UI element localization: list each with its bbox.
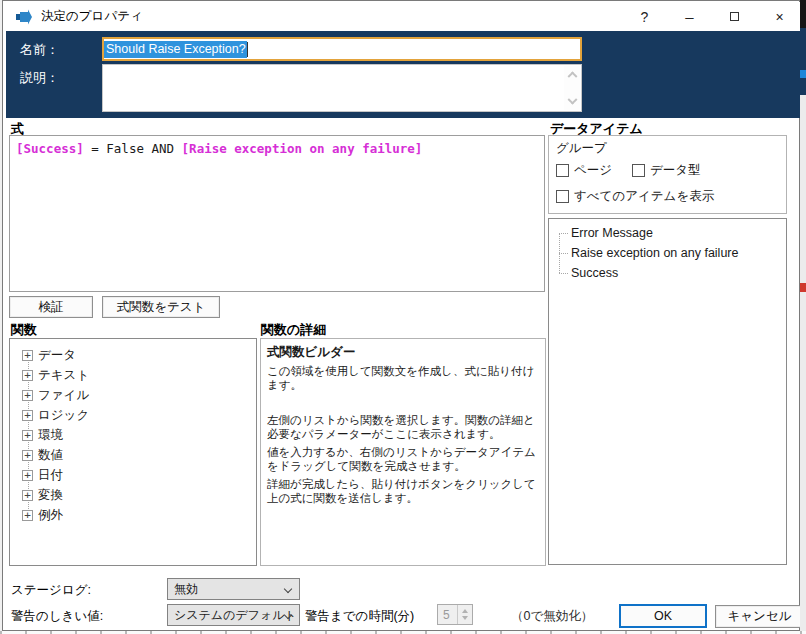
func-cat-date[interactable]: +日付 xyxy=(22,467,63,483)
expression-operator-text: = False AND xyxy=(84,141,182,156)
expression-text: [Success] = False AND [Raise exception o… xyxy=(16,141,422,156)
function-category-label: 例外 xyxy=(38,507,63,524)
warning-threshold-label: 警告のしきい値: xyxy=(11,608,103,625)
functions-tree-box[interactable]: +データ +テキスト +ファイル +ロジック +環境 +数値 +日付 +変換 +… xyxy=(9,338,257,566)
data-item-label: Raise exception on any failure xyxy=(571,246,738,260)
stage-log-value: 無効 xyxy=(174,581,198,598)
background-segment xyxy=(800,0,806,28)
data-item-label: Error Message xyxy=(571,226,653,240)
tree-connector xyxy=(559,253,568,254)
data-items-group-box: グループ ページ データ型 すべてのアイテムを表示 xyxy=(548,135,787,214)
disable-note: （0で無効化） xyxy=(511,608,593,625)
spinner-up-icon[interactable] xyxy=(462,609,468,613)
func-cat-file[interactable]: +ファイル xyxy=(22,387,89,403)
expand-plus-icon[interactable]: + xyxy=(22,390,33,401)
maximize-button[interactable] xyxy=(712,2,757,31)
show-all-items-checkbox-label: すべてのアイテムを表示 xyxy=(574,188,714,205)
expression-dataitem-ref: [Raise exception on any failure] xyxy=(182,141,423,156)
function-category-label: 数値 xyxy=(38,447,63,464)
func-cat-logic[interactable]: +ロジック xyxy=(22,407,89,423)
window-title: 決定のプロパティ xyxy=(41,8,143,25)
minimize-button[interactable]: – xyxy=(667,2,712,31)
text-caret xyxy=(247,42,248,57)
show-all-items-checkbox-row[interactable]: すべてのアイテムを表示 xyxy=(556,188,714,205)
warning-time-spinner[interactable]: 5 xyxy=(437,604,473,625)
expand-plus-icon[interactable]: + xyxy=(22,430,33,441)
scroll-down-icon[interactable] xyxy=(567,95,577,105)
tree-item-success[interactable]: Success xyxy=(559,265,618,281)
expand-plus-icon[interactable]: + xyxy=(22,490,33,501)
expand-plus-icon[interactable]: + xyxy=(22,370,33,381)
data-type-checkbox-label: データ型 xyxy=(650,162,701,179)
func-cat-environment[interactable]: +環境 xyxy=(22,427,63,443)
tree-item-error-message[interactable]: Error Message xyxy=(559,225,653,241)
tree-item-raise-exception[interactable]: Raise exception on any failure xyxy=(559,245,738,261)
function-category-label: ファイル xyxy=(38,387,89,404)
func-cat-text[interactable]: +テキスト xyxy=(22,367,89,383)
builder-help-paragraph: 値を入力するか、右側のリストからデータアイテムをドラッグして関数を完成させます。 xyxy=(267,445,539,473)
expand-plus-icon[interactable]: + xyxy=(22,410,33,421)
page-checkbox[interactable] xyxy=(556,164,569,177)
expand-plus-icon[interactable]: + xyxy=(22,350,33,361)
func-cat-number[interactable]: +数値 xyxy=(22,447,63,463)
background-segment xyxy=(800,283,806,292)
validate-button[interactable]: 検証 xyxy=(9,296,93,318)
function-category-label: 変換 xyxy=(38,487,63,504)
data-items-tree-box[interactable]: Error Message Raise exception on any fai… xyxy=(548,218,787,565)
functions-section-label: 関数 xyxy=(11,321,37,339)
expression-box[interactable] xyxy=(9,135,545,292)
header-band: 名前： Should Raise Exception? 説明： xyxy=(6,31,802,118)
help-button[interactable]: ? xyxy=(622,2,667,31)
function-category-label: ロジック xyxy=(38,407,89,424)
stage-log-label: ステージログ: xyxy=(11,582,91,599)
group-label: グループ xyxy=(556,140,607,157)
warning-time-value: 5 xyxy=(443,608,450,622)
decision-stage-icon xyxy=(15,9,32,25)
tree-connector xyxy=(559,273,568,274)
page-checkbox-label: ページ xyxy=(574,162,612,179)
description-input[interactable] xyxy=(102,64,582,112)
func-cat-exception[interactable]: +例外 xyxy=(22,507,63,523)
name-input[interactable]: Should Raise Exception? xyxy=(102,37,582,61)
expand-plus-icon[interactable]: + xyxy=(22,510,33,521)
function-category-label: テキスト xyxy=(38,367,89,384)
background-segment xyxy=(800,28,806,95)
chevron-down-icon xyxy=(284,585,292,593)
cancel-button[interactable]: キャンセル xyxy=(715,605,804,628)
function-category-label: データ xyxy=(38,347,76,364)
filter-datatype-checkbox-row[interactable]: データ型 xyxy=(632,162,701,179)
func-cat-data[interactable]: +データ xyxy=(22,347,76,363)
description-label: 説明： xyxy=(20,69,59,87)
expand-plus-icon[interactable]: + xyxy=(22,470,33,481)
func-cat-conversion[interactable]: +変換 xyxy=(22,487,63,503)
background-app-sliver xyxy=(800,0,806,634)
function-category-label: 環境 xyxy=(38,427,63,444)
data-item-label: Success xyxy=(571,266,618,280)
maximize-icon xyxy=(730,12,739,21)
tree-connector xyxy=(559,233,568,234)
warning-time-label: 警告までの時間(分) xyxy=(305,608,414,625)
stage-log-dropdown[interactable]: 無効 xyxy=(167,578,300,600)
function-details-section-label: 関数の詳細 xyxy=(261,321,326,339)
function-details-box: 式関数ビルダー この領域を使用して関数文を作成し、式に貼り付けます。 左側のリス… xyxy=(260,338,546,566)
expression-dataitem-ref: [Success] xyxy=(16,141,84,156)
decision-properties-dialog: 決定のプロパティ ? – × 名前： Should Raise Exceptio… xyxy=(2,0,800,631)
warning-threshold-dropdown[interactable]: システムのデフォルト xyxy=(167,604,300,626)
title-bar[interactable]: 決定のプロパティ ? – × xyxy=(6,2,802,31)
background-segment xyxy=(800,70,806,78)
spinner-down-icon[interactable] xyxy=(462,616,468,620)
scroll-up-icon[interactable] xyxy=(567,71,577,81)
filter-page-checkbox-row[interactable]: ページ xyxy=(556,162,612,179)
data-type-checkbox[interactable] xyxy=(632,164,645,177)
show-all-items-checkbox[interactable] xyxy=(556,190,569,203)
ok-button[interactable]: OK xyxy=(619,604,707,628)
close-button[interactable]: × xyxy=(757,2,802,31)
description-scrollbar[interactable] xyxy=(564,66,580,110)
name-value-selected: Should Raise Exception? xyxy=(104,41,247,58)
test-expression-button[interactable]: 式関数をテスト xyxy=(102,296,220,318)
warning-threshold-value: システムのデフォルト xyxy=(174,607,297,624)
expand-plus-icon[interactable]: + xyxy=(22,450,33,461)
builder-help-paragraph: 詳細が完成したら、貼り付けボタンをクリックして上の式に関数を送信します。 xyxy=(267,477,539,505)
expression-builder-title: 式関数ビルダー xyxy=(267,344,355,361)
spinner-buttons[interactable] xyxy=(457,605,472,624)
